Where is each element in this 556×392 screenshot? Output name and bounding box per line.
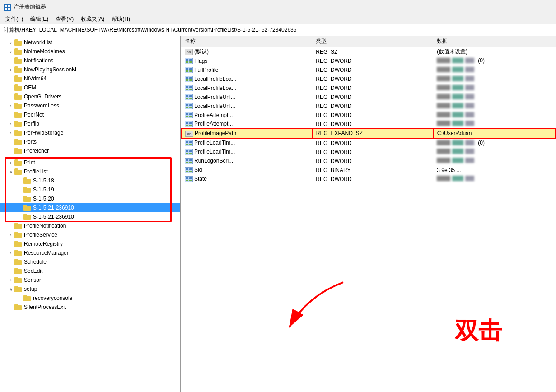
tree-item[interactable]: ›Perflib [0,119,180,128]
value-name: State [181,175,312,184]
app-icon [4,4,11,11]
reg-dword-icon [185,121,193,127]
tree-item[interactable]: ›PasswordLess [0,101,180,110]
svg-rect-33 [189,122,192,124]
reg-dword-icon [185,149,193,155]
table-row[interactable]: abProfileImagePathREG_EXPAND_SZC:\Users\… [181,129,556,138]
svg-rect-19 [189,89,192,90]
table-row[interactable]: LocalProfileLoa...REG_DWORD [181,84,556,93]
tree-label: ResourceManager [24,250,69,256]
tree-label: Schedule [24,259,47,265]
tree-arrow: ∨ [7,169,14,174]
tree-item[interactable]: S-1-5-18 [0,176,180,185]
table-row[interactable]: ab(默认)REG_SZ(数值未设置) [181,47,556,57]
value-type: REG_DWORD [312,75,433,84]
tree-item[interactable]: OpenGLDrivers [0,92,180,101]
tree-item[interactable]: Notifications [0,56,180,65]
menu-favorites[interactable]: 收藏夹(A) [77,14,108,24]
svg-rect-46 [186,162,188,163]
svg-rect-12 [186,77,188,79]
table-row[interactable]: ProfileAttempt...REG_DWORD [181,120,556,129]
tree-label: Perflib [24,121,39,127]
menu-edit[interactable]: 编辑(E) [27,14,52,24]
svg-rect-8 [186,68,188,70]
table-row[interactable]: ProfileLoadTim...REG_DWORD [181,148,556,157]
tree-item[interactable]: Schedule [0,257,180,266]
tree-item[interactable]: RemoteRegistry [0,239,180,248]
folder-icon [14,268,23,274]
svg-rect-0 [5,5,7,7]
table-row[interactable]: LocalProfileLoa...REG_DWORD [181,75,556,84]
tree-item[interactable]: recoveryconsole [0,294,180,303]
tree-label: SilentProcessExit [24,304,66,310]
tree-item[interactable]: ∨setup [0,285,180,294]
reg-dword-icon [185,140,193,146]
folder-icon [14,168,23,175]
svg-rect-27 [189,107,192,108]
svg-rect-13 [189,77,192,79]
table-row[interactable]: ProfileAttempt...REG_DWORD [181,111,556,120]
tree-label: S-1-5-21-236910 [33,214,74,220]
tree-item[interactable]: ›Sensor [0,275,180,285]
menu-file[interactable]: 文件(F) [2,14,27,24]
tree-label: PasswordLess [24,103,59,109]
tree-item[interactable]: Ports [0,137,180,146]
reg-dword-icon [185,158,193,164]
menu-help[interactable]: 帮助(H) [108,14,134,24]
tree-label: S-1-5-20 [33,196,54,202]
svg-rect-4 [186,59,188,61]
tree-item[interactable]: PeerNet [0,110,180,119]
reg-dword-icon [185,67,193,73]
tree-item[interactable]: ›ResourceManager [0,248,180,257]
svg-rect-47 [189,162,192,163]
svg-rect-31 [189,116,192,117]
tree-item[interactable]: ›NowPlayingSessionM [0,65,180,74]
col-name: 名称 [181,36,312,47]
table-row[interactable]: LocalProfileUnl...REG_DWORD [181,93,556,102]
tree-item[interactable]: ›Print [0,158,180,167]
tree-panel[interactable]: ›NetworkList›NoImeModelmesNotifications›… [0,36,181,392]
tree-item[interactable]: S-1-5-20 [0,194,180,203]
tree-item[interactable]: ›NetworkList [0,38,180,47]
table-row[interactable]: FullProfileREG_DWORD [181,65,556,75]
tree-item[interactable]: ›NoImeModelmes [0,47,180,56]
value-data [433,65,556,75]
tree-item[interactable]: SecEdit [0,266,180,275]
table-row[interactable]: StateREG_DWORD [181,175,556,184]
tree-item[interactable]: Prefetcher [0,146,180,155]
table-row[interactable]: ProfileLoadTim...REG_DWORD(0) [181,138,556,148]
menu-view[interactable]: 查看(V) [52,14,77,24]
svg-rect-30 [186,116,188,117]
tree-item[interactable]: SilentProcessExit [0,303,180,312]
tree-label: Print [24,159,35,166]
folder-icon [14,148,23,154]
folder-icon [23,187,32,193]
tree-item[interactable]: NtVdm64 [0,74,180,83]
table-row[interactable]: LocalProfileUnl...REG_DWORD [181,102,556,111]
table-row[interactable]: SidREG_BINARY3 9e 35 ... [181,166,556,175]
tree-item[interactable]: ∨ProfileList [0,167,180,176]
table-row[interactable]: FlagsREG_DWORD(0) [181,56,556,65]
folder-icon [14,66,23,73]
svg-rect-36 [186,141,188,143]
tree-item[interactable]: S-1-5-21-236910 [0,212,180,221]
svg-rect-1 [8,5,10,7]
tree-item[interactable]: ›PerHwldStorage [0,128,180,137]
tree-item[interactable]: ProfileNotification [0,221,180,230]
folder-icon [14,39,23,46]
value-type: REG_DWORD [312,84,433,93]
tree-item[interactable]: OEM [0,83,180,92]
value-name: LocalProfileUnl... [181,102,312,111]
reg-dword-icon [185,85,193,91]
tree-label: Notifications [24,57,53,64]
tree-item[interactable]: S-1-5-19 [0,185,180,194]
svg-rect-48 [186,168,188,170]
table-row[interactable]: RunLogonScri...REG_DWORD [181,157,556,166]
folder-icon [14,103,23,109]
tree-label: Sensor [24,277,41,283]
tree-item[interactable]: S-1-5-21-236910 [0,203,180,212]
svg-rect-21 [189,95,192,97]
value-name: ProfileLoadTim... [181,148,312,157]
tree-item[interactable]: ›ProfileService [0,230,180,239]
svg-rect-51 [189,171,192,172]
